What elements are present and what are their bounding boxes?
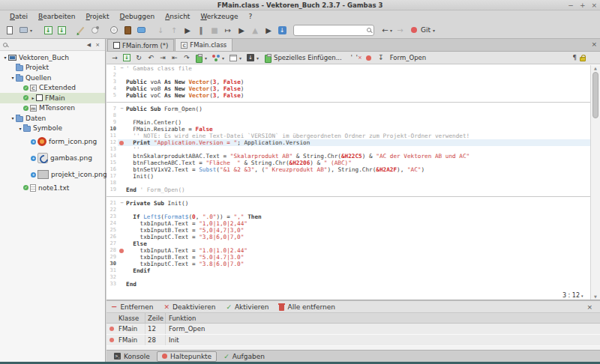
code-text[interactable]: Endif: [126, 267, 590, 274]
breakpoint-row[interactable]: FMain12Form_Open: [106, 324, 600, 335]
code-text[interactable]: btnSkalarproduktABAC.Text = "Skalarprodu…: [126, 153, 590, 160]
remove-all-breakpoints-button[interactable]: Alle entfernen: [279, 303, 335, 311]
open-project-button[interactable]: [16, 23, 30, 37]
stop-button[interactable]: ■: [208, 23, 221, 37]
scroll-down-arrow[interactable]: ▼: [591, 294, 600, 299]
special-paste-button[interactable]: [262, 52, 274, 64]
code-line[interactable]: 15 btnFlaecheABC.Text = "Fläche " & Stri…: [106, 160, 590, 166]
code-text[interactable]: FMain.Resizable = False: [126, 126, 590, 133]
code-text[interactable]: [126, 207, 590, 213]
properties-button[interactable]: [107, 23, 121, 37]
breakpoint-dot-icon[interactable]: [119, 249, 124, 253]
column-header-zeile[interactable]: Zeile: [146, 313, 166, 323]
history-back-button[interactable]: ←: [380, 23, 390, 37]
code-line[interactable]: 27 Else: [106, 240, 590, 247]
tree-item-quellen[interactable]: ▾Quellen: [0, 73, 105, 83]
step-into-button[interactable]: ↓: [154, 23, 167, 37]
code-text[interactable]: End ' Form_Open(): [126, 186, 590, 193]
console-button[interactable]: [121, 23, 134, 37]
uncomment-lines-button[interactable]: '×: [356, 52, 363, 64]
tab-fmain.class[interactable]: CFMain.class: [175, 38, 232, 51]
code-line[interactable]: 30 txbInputC.Text = "3.8|6.0|7.0": [106, 261, 590, 267]
code-line[interactable]: 33End: [106, 281, 590, 288]
code-line[interactable]: 14 btnSkalarproduktABAC.Text = "Skalarpr…: [106, 153, 590, 160]
code-line[interactable]: 11 '' NOTE: Es wird eine Text-Datei `VER…: [106, 133, 590, 139]
bottom-tab-konsole[interactable]: >_Konsole: [109, 351, 155, 362]
menu-item-?[interactable]: ?: [243, 13, 257, 20]
code-line[interactable]: 24 txbInputA.Text = "1,0|1,0|2,44": [106, 220, 590, 227]
code-text[interactable]: Public Sub Form_Open(): [126, 106, 590, 112]
code-text[interactable]: txbInputC.Text = "3.8|6.0|7.0": [126, 261, 590, 267]
code-text[interactable]: [126, 180, 590, 186]
new-file-button[interactable]: [3, 23, 16, 37]
code-line[interactable]: 16 btnSetV1xV2.Text = Subst("&1 &2 &3", …: [106, 166, 590, 173]
expander-icon[interactable]: ▾: [10, 75, 16, 80]
expander-icon[interactable]: ▾: [10, 115, 16, 121]
activate-breakpoint-button[interactable]: ✓ Aktivieren: [226, 303, 268, 311]
indent-button[interactable]: ⇥: [157, 52, 169, 64]
code-line[interactable]: 18: [106, 180, 590, 186]
code-text[interactable]: Print "Application.Version = "; Applicat…: [126, 139, 590, 146]
menu-item-werkzeuge[interactable]: Werkzeuge: [195, 13, 243, 20]
code-line[interactable]: 22: [106, 207, 590, 213]
pause-button[interactable]: ‖: [194, 23, 208, 37]
column-header-funktion[interactable]: Funktion: [166, 315, 600, 322]
tree-item-symbole[interactable]: ▾Symbole: [0, 124, 105, 134]
code-text[interactable]: [126, 274, 590, 281]
code-text[interactable]: txbInputB.Text = "5,0|4,7|3,0": [126, 227, 590, 234]
tree-item-gambas.png[interactable]: +gambas.png: [0, 150, 105, 166]
code-line[interactable]: 5Public voC As New Vector(3, False): [106, 92, 590, 99]
save-all-button[interactable]: ↓: [55, 23, 68, 37]
goto-button[interactable]: →: [109, 52, 121, 64]
code-line[interactable]: 8: [106, 112, 590, 119]
tree-item-projekt_icon.png[interactable]: +projekt_icon.png: [0, 166, 105, 183]
code-text[interactable]: '' NOTE: Es wird eine Text-Datei `VERSIO…: [126, 133, 590, 139]
scroll-up-arrow[interactable]: ▲: [591, 66, 600, 70]
menu-item-projekt[interactable]: Projekt: [81, 13, 115, 20]
expander-icon[interactable]: ▾: [17, 126, 23, 131]
history-back-dropdown[interactable]: ▾: [390, 28, 395, 33]
code-line[interactable]: 7−Public Sub Form_Open(): [106, 106, 590, 112]
format-button[interactable]: [210, 52, 222, 64]
finish-button[interactable]: ▲: [248, 23, 262, 37]
refactor-button[interactable]: [88, 23, 101, 37]
code-line[interactable]: 12 Print "Application.Version = "; Appli…: [106, 139, 590, 146]
code-line[interactable]: 21−Private Sub Init(): [106, 200, 590, 207]
step-button[interactable]: ↦: [221, 23, 235, 37]
code-line[interactable]: 28 txbInputA.Text = "1.0|1.0|2.44": [106, 247, 590, 254]
code-line[interactable]: 23 If Left$(Format$(0, ".0")) = "," Then: [106, 213, 590, 220]
insert-table-button[interactable]: [227, 52, 239, 64]
search-input[interactable]: [293, 25, 374, 36]
code-line[interactable]: 32: [106, 274, 590, 281]
tree-item-fmain[interactable]: ✓▸FMain: [0, 93, 105, 103]
menu-item-debuggen[interactable]: Debuggen: [115, 13, 160, 20]
code-text[interactable]: [126, 72, 590, 79]
tree-item-mtensoren[interactable]: ✓mMTensoren: [0, 103, 105, 114]
code-line[interactable]: 10 FMain.Resizable = False: [106, 126, 590, 133]
expander-icon[interactable]: ▾: [2, 55, 8, 60]
menu-item-ansicht[interactable]: Ansicht: [160, 13, 195, 20]
lock-icon[interactable]: [580, 57, 586, 61]
sidebar-close-button[interactable]: ×: [93, 42, 102, 48]
comment-button[interactable]: [134, 23, 148, 37]
close-button[interactable]: ×: [591, 1, 597, 9]
gutter-marker[interactable]: [118, 139, 126, 146]
code-line[interactable]: 17 Init(): [106, 173, 590, 180]
comment-lines-button[interactable]: ': [348, 52, 356, 64]
unindent-button[interactable]: ⇤: [169, 52, 181, 64]
code-line[interactable]: 25 txbInputB.Text = "5,0|4,7|3,0": [106, 227, 590, 234]
bottom-tab-haltepunkte[interactable]: Haltepunkte: [157, 351, 217, 362]
breakpoint-row[interactable]: FMain28Init: [106, 335, 600, 346]
code-line[interactable]: 9 FMain.Center(): [106, 119, 590, 126]
menu-item-bearbeiten[interactable]: Bearbeiten: [33, 13, 80, 20]
show-whitespace-button[interactable]: ¶: [573, 54, 577, 61]
code-text[interactable]: Public voA As New Vector(3, False): [126, 79, 590, 85]
titlebar[interactable]: FMain.class - Vektoren_Buch 2.3.7 - Gamb…: [0, 0, 600, 10]
code-editor[interactable]: 1−' Gambas class file23Public voA As New…: [106, 64, 600, 300]
code-line[interactable]: 26 txbInputC.Text = "3,8|6,0|7,0": [106, 234, 590, 240]
code-line[interactable]: 2: [106, 72, 590, 79]
insert-snippet-button[interactable]: ↓: [244, 52, 256, 64]
expander-icon[interactable]: ▸: [30, 95, 36, 100]
run-to-cursor-button[interactable]: ▶: [262, 23, 275, 37]
run-button[interactable]: ▶: [181, 23, 194, 37]
